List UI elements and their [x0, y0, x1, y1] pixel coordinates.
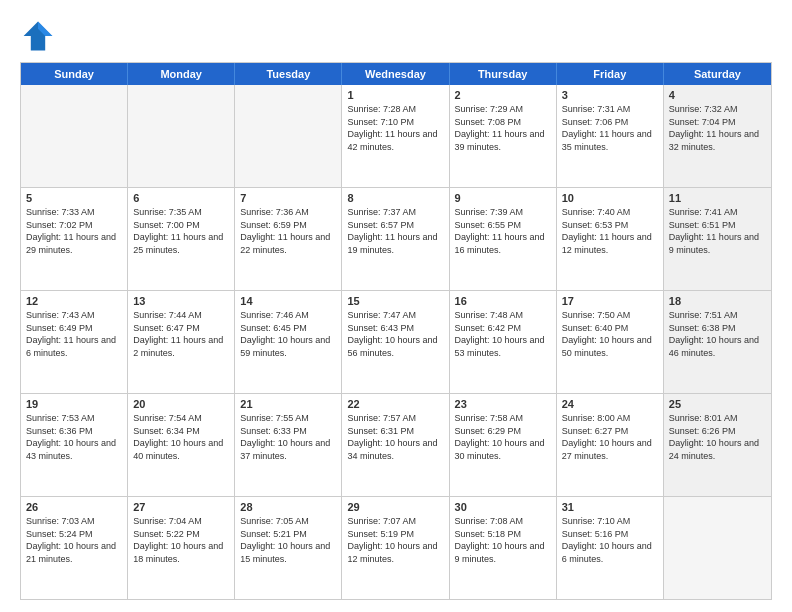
- day-info: Sunrise: 7:46 AM Sunset: 6:45 PM Dayligh…: [240, 309, 336, 359]
- day-info: Sunrise: 7:04 AM Sunset: 5:22 PM Dayligh…: [133, 515, 229, 565]
- logo-icon: [20, 18, 56, 54]
- day-cell-26: 26Sunrise: 7:03 AM Sunset: 5:24 PM Dayli…: [21, 497, 128, 599]
- day-number: 12: [26, 295, 122, 307]
- day-number: 11: [669, 192, 766, 204]
- day-info: Sunrise: 7:57 AM Sunset: 6:31 PM Dayligh…: [347, 412, 443, 462]
- day-cell-13: 13Sunrise: 7:44 AM Sunset: 6:47 PM Dayli…: [128, 291, 235, 393]
- day-cell-31: 31Sunrise: 7:10 AM Sunset: 5:16 PM Dayli…: [557, 497, 664, 599]
- day-info: Sunrise: 7:05 AM Sunset: 5:21 PM Dayligh…: [240, 515, 336, 565]
- day-cell-3: 3Sunrise: 7:31 AM Sunset: 7:06 PM Daylig…: [557, 85, 664, 187]
- weekday-header-sunday: Sunday: [21, 63, 128, 85]
- day-info: Sunrise: 8:01 AM Sunset: 6:26 PM Dayligh…: [669, 412, 766, 462]
- day-info: Sunrise: 7:55 AM Sunset: 6:33 PM Dayligh…: [240, 412, 336, 462]
- day-info: Sunrise: 7:35 AM Sunset: 7:00 PM Dayligh…: [133, 206, 229, 256]
- day-cell-27: 27Sunrise: 7:04 AM Sunset: 5:22 PM Dayli…: [128, 497, 235, 599]
- day-info: Sunrise: 7:36 AM Sunset: 6:59 PM Dayligh…: [240, 206, 336, 256]
- day-cell-16: 16Sunrise: 7:48 AM Sunset: 6:42 PM Dayli…: [450, 291, 557, 393]
- day-cell-8: 8Sunrise: 7:37 AM Sunset: 6:57 PM Daylig…: [342, 188, 449, 290]
- day-info: Sunrise: 8:00 AM Sunset: 6:27 PM Dayligh…: [562, 412, 658, 462]
- day-cell-21: 21Sunrise: 7:55 AM Sunset: 6:33 PM Dayli…: [235, 394, 342, 496]
- day-number: 10: [562, 192, 658, 204]
- day-number: 17: [562, 295, 658, 307]
- day-cell-12: 12Sunrise: 7:43 AM Sunset: 6:49 PM Dayli…: [21, 291, 128, 393]
- empty-cell-4-6: [664, 497, 771, 599]
- day-number: 3: [562, 89, 658, 101]
- day-info: Sunrise: 7:29 AM Sunset: 7:08 PM Dayligh…: [455, 103, 551, 153]
- day-cell-22: 22Sunrise: 7:57 AM Sunset: 6:31 PM Dayli…: [342, 394, 449, 496]
- day-number: 18: [669, 295, 766, 307]
- day-info: Sunrise: 7:32 AM Sunset: 7:04 PM Dayligh…: [669, 103, 766, 153]
- weekday-header-saturday: Saturday: [664, 63, 771, 85]
- day-cell-19: 19Sunrise: 7:53 AM Sunset: 6:36 PM Dayli…: [21, 394, 128, 496]
- day-number: 1: [347, 89, 443, 101]
- day-number: 14: [240, 295, 336, 307]
- day-number: 5: [26, 192, 122, 204]
- day-number: 7: [240, 192, 336, 204]
- day-info: Sunrise: 7:44 AM Sunset: 6:47 PM Dayligh…: [133, 309, 229, 359]
- day-info: Sunrise: 7:43 AM Sunset: 6:49 PM Dayligh…: [26, 309, 122, 359]
- day-number: 9: [455, 192, 551, 204]
- day-cell-29: 29Sunrise: 7:07 AM Sunset: 5:19 PM Dayli…: [342, 497, 449, 599]
- weekday-header-wednesday: Wednesday: [342, 63, 449, 85]
- calendar: SundayMondayTuesdayWednesdayThursdayFrid…: [20, 62, 772, 600]
- day-info: Sunrise: 7:10 AM Sunset: 5:16 PM Dayligh…: [562, 515, 658, 565]
- weekday-header-monday: Monday: [128, 63, 235, 85]
- weekday-header-tuesday: Tuesday: [235, 63, 342, 85]
- day-number: 6: [133, 192, 229, 204]
- day-info: Sunrise: 7:51 AM Sunset: 6:38 PM Dayligh…: [669, 309, 766, 359]
- day-number: 24: [562, 398, 658, 410]
- day-info: Sunrise: 7:40 AM Sunset: 6:53 PM Dayligh…: [562, 206, 658, 256]
- day-cell-20: 20Sunrise: 7:54 AM Sunset: 6:34 PM Dayli…: [128, 394, 235, 496]
- day-info: Sunrise: 7:37 AM Sunset: 6:57 PM Dayligh…: [347, 206, 443, 256]
- day-number: 27: [133, 501, 229, 513]
- calendar-row-2: 12Sunrise: 7:43 AM Sunset: 6:49 PM Dayli…: [21, 290, 771, 393]
- day-number: 28: [240, 501, 336, 513]
- calendar-row-4: 26Sunrise: 7:03 AM Sunset: 5:24 PM Dayli…: [21, 496, 771, 599]
- day-number: 29: [347, 501, 443, 513]
- day-number: 15: [347, 295, 443, 307]
- day-number: 22: [347, 398, 443, 410]
- day-cell-11: 11Sunrise: 7:41 AM Sunset: 6:51 PM Dayli…: [664, 188, 771, 290]
- day-number: 21: [240, 398, 336, 410]
- day-cell-15: 15Sunrise: 7:47 AM Sunset: 6:43 PM Dayli…: [342, 291, 449, 393]
- day-number: 20: [133, 398, 229, 410]
- day-number: 8: [347, 192, 443, 204]
- day-cell-4: 4Sunrise: 7:32 AM Sunset: 7:04 PM Daylig…: [664, 85, 771, 187]
- empty-cell-0-0: [21, 85, 128, 187]
- empty-cell-0-1: [128, 85, 235, 187]
- day-cell-28: 28Sunrise: 7:05 AM Sunset: 5:21 PM Dayli…: [235, 497, 342, 599]
- weekday-header-thursday: Thursday: [450, 63, 557, 85]
- header: [20, 18, 772, 54]
- day-cell-6: 6Sunrise: 7:35 AM Sunset: 7:00 PM Daylig…: [128, 188, 235, 290]
- day-cell-24: 24Sunrise: 8:00 AM Sunset: 6:27 PM Dayli…: [557, 394, 664, 496]
- day-info: Sunrise: 7:58 AM Sunset: 6:29 PM Dayligh…: [455, 412, 551, 462]
- page: SundayMondayTuesdayWednesdayThursdayFrid…: [0, 0, 792, 612]
- day-number: 25: [669, 398, 766, 410]
- day-number: 23: [455, 398, 551, 410]
- day-cell-18: 18Sunrise: 7:51 AM Sunset: 6:38 PM Dayli…: [664, 291, 771, 393]
- day-info: Sunrise: 7:39 AM Sunset: 6:55 PM Dayligh…: [455, 206, 551, 256]
- day-cell-5: 5Sunrise: 7:33 AM Sunset: 7:02 PM Daylig…: [21, 188, 128, 290]
- day-number: 26: [26, 501, 122, 513]
- day-cell-17: 17Sunrise: 7:50 AM Sunset: 6:40 PM Dayli…: [557, 291, 664, 393]
- day-info: Sunrise: 7:03 AM Sunset: 5:24 PM Dayligh…: [26, 515, 122, 565]
- day-number: 30: [455, 501, 551, 513]
- day-info: Sunrise: 7:41 AM Sunset: 6:51 PM Dayligh…: [669, 206, 766, 256]
- day-cell-7: 7Sunrise: 7:36 AM Sunset: 6:59 PM Daylig…: [235, 188, 342, 290]
- day-cell-10: 10Sunrise: 7:40 AM Sunset: 6:53 PM Dayli…: [557, 188, 664, 290]
- day-info: Sunrise: 7:31 AM Sunset: 7:06 PM Dayligh…: [562, 103, 658, 153]
- day-cell-25: 25Sunrise: 8:01 AM Sunset: 6:26 PM Dayli…: [664, 394, 771, 496]
- day-number: 13: [133, 295, 229, 307]
- day-cell-14: 14Sunrise: 7:46 AM Sunset: 6:45 PM Dayli…: [235, 291, 342, 393]
- calendar-body: 1Sunrise: 7:28 AM Sunset: 7:10 PM Daylig…: [21, 85, 771, 599]
- day-cell-30: 30Sunrise: 7:08 AM Sunset: 5:18 PM Dayli…: [450, 497, 557, 599]
- day-info: Sunrise: 7:28 AM Sunset: 7:10 PM Dayligh…: [347, 103, 443, 153]
- empty-cell-0-2: [235, 85, 342, 187]
- day-info: Sunrise: 7:50 AM Sunset: 6:40 PM Dayligh…: [562, 309, 658, 359]
- day-number: 4: [669, 89, 766, 101]
- day-number: 16: [455, 295, 551, 307]
- day-info: Sunrise: 7:48 AM Sunset: 6:42 PM Dayligh…: [455, 309, 551, 359]
- day-cell-23: 23Sunrise: 7:58 AM Sunset: 6:29 PM Dayli…: [450, 394, 557, 496]
- day-number: 31: [562, 501, 658, 513]
- day-info: Sunrise: 7:54 AM Sunset: 6:34 PM Dayligh…: [133, 412, 229, 462]
